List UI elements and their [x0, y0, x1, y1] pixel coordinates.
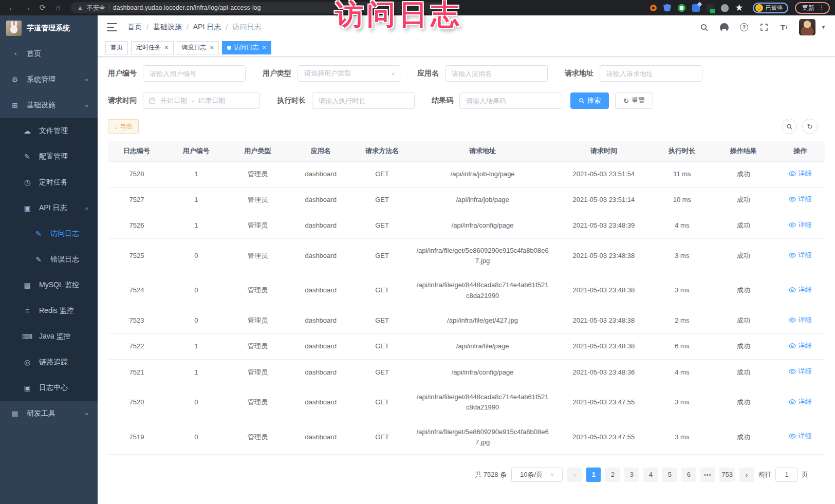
detail-link[interactable]: 详细	[789, 194, 811, 204]
home-icon[interactable]: ⌂	[51, 2, 65, 14]
cell: 7525	[108, 239, 165, 273]
sidebar-item-api-log[interactable]: ▣API 日志∧	[0, 195, 98, 221]
cell-request-time: 2021-05-03 23:51:14	[554, 187, 654, 213]
cell-result: 成功	[711, 360, 776, 385]
help-icon[interactable]: ?	[739, 22, 749, 32]
cell-action: 详细	[776, 161, 825, 187]
search-button[interactable]: 搜索	[570, 92, 609, 109]
cell-duration: 6 ms	[653, 333, 711, 359]
edit-icon: ✎	[22, 153, 33, 161]
forward-icon[interactable]: →	[21, 2, 34, 14]
address-bar[interactable]: ▲ 不安全 dashboard.yudao.iocoder.cn/infra/l…	[71, 2, 449, 13]
close-icon[interactable]: ×	[210, 44, 214, 51]
date-range-picker[interactable]: 开始日期 - 结束日期	[143, 92, 260, 109]
extension-grid-green-icon[interactable]	[707, 4, 714, 12]
page-6[interactable]: 6	[681, 468, 696, 482]
sidebar-item-edit[interactable]: ✎配置管理	[0, 144, 98, 170]
hamburger-icon[interactable]	[107, 23, 117, 31]
detail-link[interactable]: 详细	[789, 250, 811, 260]
extension-shield-icon[interactable]	[663, 4, 671, 12]
more-pages[interactable]: •••	[700, 468, 715, 482]
profile-badge-label: 已暂停	[766, 4, 783, 12]
fullscreen-icon[interactable]	[759, 22, 769, 32]
prev-page-button[interactable]: ‹	[567, 468, 582, 482]
font-size-icon[interactable]: TT	[779, 22, 789, 32]
sidebar-item-infrastructure[interactable]: ⊞基础设施∧	[0, 92, 98, 118]
chevron-down-icon[interactable]: ▼	[821, 25, 826, 30]
cell: 7522	[108, 333, 165, 359]
error-log-icon: ✎	[33, 255, 44, 264]
breadcrumb-item[interactable]: API 日志	[193, 23, 221, 32]
detail-link[interactable]: 详细	[789, 285, 811, 295]
search-icon[interactable]	[699, 22, 709, 32]
bookmark-star-icon[interactable]: ☆	[436, 4, 442, 12]
duration-input[interactable]	[312, 92, 415, 109]
reset-button[interactable]: ↻ 重置	[615, 92, 653, 109]
sidebar-item-access-log[interactable]: ✎访问日志	[0, 221, 98, 247]
user-id-input[interactable]	[143, 65, 246, 82]
tab-访问日志[interactable]: 访问日志×	[222, 41, 271, 54]
export-button[interactable]: ↓ 导出	[108, 119, 139, 134]
tab-调度日志[interactable]: 调度日志×	[177, 41, 219, 54]
app-name-input[interactable]	[445, 65, 548, 82]
result-code-input[interactable]	[459, 92, 562, 109]
page-1[interactable]: 1	[586, 468, 601, 482]
sidebar-item-dashboard[interactable]: ◔首页	[0, 41, 98, 67]
access-log-icon: ✎	[33, 230, 44, 238]
sidebar-item-java-monitor[interactable]: ⌨Java 监控	[0, 324, 98, 349]
tab-定时任务[interactable]: 定时任务×	[131, 41, 174, 54]
detail-link[interactable]: 详细	[789, 431, 811, 441]
github-icon[interactable]	[719, 22, 729, 32]
extension-wallet-icon[interactable]	[678, 4, 685, 12]
sidebar-item-log-center[interactable]: ▣日志中心	[0, 375, 98, 401]
cell-request-url: /api/infra/file/get/8448cada8c714e4ab61f…	[411, 385, 554, 420]
page-3[interactable]: 3	[624, 468, 639, 482]
detail-link[interactable]: 详细	[789, 397, 811, 407]
api-log-icon: ▣	[22, 204, 33, 212]
request-url-input[interactable]	[600, 65, 702, 82]
extension-donut-icon[interactable]	[650, 5, 657, 11]
toggle-search-button[interactable]	[782, 119, 797, 134]
next-page-button[interactable]: ›	[739, 468, 754, 482]
sidebar-item-error-log[interactable]: ✎错误日志	[0, 247, 98, 272]
browser-profile-badge[interactable]: ☺ 已暂停	[753, 3, 788, 13]
refresh-table-button[interactable]: ↻	[802, 119, 818, 134]
sidebar-item-mysql-monitor[interactable]: ▤MySQL 监控	[0, 272, 98, 298]
app-title: 芋道管理系统	[27, 24, 70, 33]
page-size-select[interactable]: 10条/页 ∨	[511, 468, 563, 482]
sidebar-item-redis-monitor[interactable]: ≡Redis 监控	[0, 298, 98, 324]
page-753[interactable]: 753	[719, 468, 735, 482]
detail-link[interactable]: 详细	[789, 341, 811, 351]
detail-link[interactable]: 详细	[789, 169, 811, 179]
tab-首页[interactable]: 首页	[105, 41, 128, 54]
back-icon[interactable]: ←	[5, 2, 18, 14]
breadcrumb: 首页 / 基础设施 / API 日志 / 访问日志	[127, 23, 261, 32]
cell-request-time: 2021-05-03 23:48:38	[554, 273, 654, 308]
detail-link[interactable]: 详细	[789, 366, 811, 377]
cell-duration: 4 ms	[653, 360, 711, 385]
user-avatar[interactable]	[799, 19, 815, 35]
page-2[interactable]: 2	[605, 468, 620, 482]
page-4[interactable]: 4	[643, 468, 658, 482]
close-icon[interactable]: ×	[262, 44, 266, 51]
sidebar-item-schedule[interactable]: ◷定时任务	[0, 170, 98, 195]
breadcrumb-item[interactable]: 基础设施	[153, 23, 182, 32]
kebab-menu-icon[interactable]: ⋮	[819, 4, 825, 11]
extension-puzzle-icon[interactable]	[692, 4, 700, 12]
detail-link[interactable]: 详细	[789, 220, 811, 230]
sidebar-item-trace[interactable]: ◎链路追踪	[0, 349, 98, 375]
reload-icon[interactable]: ⟳	[36, 2, 49, 14]
user-type-select[interactable]: 请选择用户类型 ∨	[298, 65, 400, 82]
page-content: 用户编号 用户类型 请选择用户类型 ∨ 应用名 请求地址	[98, 57, 835, 504]
sidebar-item-cloud-upload[interactable]: ☁文件管理	[0, 118, 98, 144]
extension-ghost-icon[interactable]	[721, 4, 729, 12]
sidebar-item-gear[interactable]: ⚙系统管理∨	[0, 67, 98, 92]
extension-flower-icon[interactable]	[735, 4, 743, 12]
close-icon[interactable]: ×	[164, 44, 169, 51]
detail-link[interactable]: 详细	[789, 315, 811, 325]
sidebar-item-dev-tools[interactable]: ▦研发工具∨	[0, 401, 98, 426]
browser-update-button[interactable]: 更新 ⋮	[795, 2, 830, 14]
page-5[interactable]: 5	[662, 468, 677, 482]
breadcrumb-item[interactable]: 首页	[127, 23, 142, 32]
goto-page-input[interactable]	[775, 468, 798, 482]
